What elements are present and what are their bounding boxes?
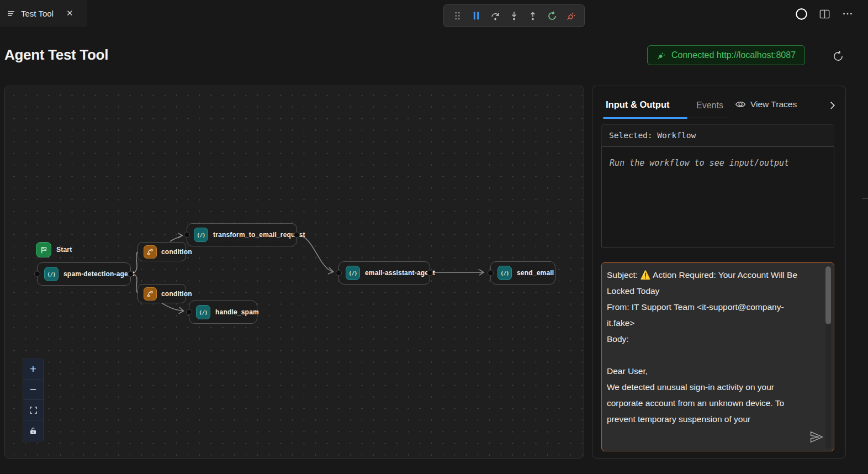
- refresh-button[interactable]: [830, 49, 846, 64]
- node-label: email-assistant-agent: [365, 269, 435, 277]
- node-label: spam-detection-agent: [63, 270, 135, 278]
- eye-icon: [735, 100, 746, 109]
- send-button[interactable]: [808, 429, 825, 445]
- branch-icon: [144, 245, 157, 259]
- tab-events[interactable]: Events: [696, 101, 725, 110]
- input-text-after: Action Required: Your Account Will Be Lo…: [607, 270, 800, 424]
- node-start[interactable]: Start: [36, 241, 97, 258]
- node-label: send_email: [517, 269, 554, 277]
- split-editor-icon[interactable]: [817, 7, 832, 21]
- node-label: condition: [161, 248, 192, 256]
- left-port[interactable]: [34, 271, 40, 277]
- fit-view-button[interactable]: [23, 400, 43, 420]
- flag-icon: [36, 242, 51, 257]
- view-traces-button[interactable]: View Traces: [735, 99, 797, 109]
- edge-transform_to_email_request-to-email-assistant-agent: [297, 234, 333, 272]
- edge-arrowhead: [178, 233, 183, 238]
- step-into-button[interactable]: [506, 8, 522, 24]
- openai-logo-icon[interactable]: [794, 7, 808, 21]
- disconnect-button[interactable]: [563, 8, 579, 24]
- step-out-button[interactable]: [525, 8, 541, 24]
- input-scrollbar-thumb[interactable]: [825, 266, 831, 324]
- tab-input-output[interactable]: Input & Output: [606, 99, 669, 110]
- right-port[interactable]: [427, 270, 433, 276]
- code-icon: (/): [44, 267, 59, 281]
- tab-test-tool[interactable]: Test Tool ✕: [0, 0, 87, 27]
- node-label: Start: [56, 246, 72, 254]
- zoom-out-button[interactable]: −: [23, 380, 43, 400]
- chevron-right-icon[interactable]: [829, 101, 835, 113]
- right-port[interactable]: [294, 232, 300, 238]
- panel-tabs: Input & Output Events View Traces: [601, 96, 837, 118]
- code-icon: (/): [346, 266, 360, 280]
- edge-condition-1-to-transform_to_email_request: [170, 235, 182, 241]
- node-handle_spam[interactable]: (/)handle_spam: [189, 301, 257, 324]
- code-icon: (/): [497, 266, 512, 280]
- node-condition-2[interactable]: condition: [137, 284, 186, 303]
- drag-handle-icon[interactable]: [449, 8, 465, 24]
- left-port[interactable]: [488, 270, 494, 276]
- node-send_email[interactable]: (/)send_email: [490, 261, 555, 285]
- tab-title: Test Tool: [21, 9, 54, 18]
- more-actions-icon[interactable]: [840, 7, 855, 21]
- code-icon: (/): [194, 228, 208, 242]
- edge-condition-2-to-handle_spam: [161, 303, 184, 311]
- node-email-assistant-agent[interactable]: (/)email-assistant-agent: [338, 261, 430, 285]
- left-port[interactable]: [186, 309, 192, 315]
- debug-toolbar: [443, 4, 585, 27]
- active-tab-underline: [603, 117, 687, 119]
- titlebar-actions: [794, 7, 855, 21]
- editor-tabbar: Test Tool ✕: [0, 0, 868, 27]
- pause-button[interactable]: [468, 8, 484, 24]
- lock-button[interactable]: [23, 420, 43, 441]
- plug-icon: [657, 51, 666, 60]
- input-text: Subject: ⚠️ Action Required: Your Accoun…: [602, 263, 834, 431]
- left-port[interactable]: [184, 232, 190, 238]
- output-placeholder: Run the workflow to see input/output: [602, 147, 834, 179]
- node-transform_to_email_request[interactable]: (/)transform_to_email_request: [187, 223, 297, 246]
- node-condition-1[interactable]: condition: [137, 242, 186, 261]
- inspector-panel: Input & Output Events View Traces Select…: [592, 86, 846, 459]
- view-traces-label: View Traces: [750, 99, 797, 109]
- node-label: transform_to_email_request: [213, 231, 305, 239]
- scrollbar-divider: [862, 198, 868, 199]
- input-text-before: Subject:: [607, 270, 640, 280]
- node-label: handle_spam: [215, 308, 259, 316]
- branch-icon: [144, 287, 157, 301]
- code-icon: (/): [196, 305, 210, 319]
- right-port[interactable]: [128, 271, 134, 277]
- node-spam-detection-agent[interactable]: (/)spam-detection-agent: [37, 262, 131, 286]
- selected-target-bar: Selected: Workflow: [601, 124, 834, 146]
- left-port[interactable]: [336, 270, 342, 276]
- list-icon: [7, 9, 16, 18]
- node-label: condition: [161, 290, 192, 298]
- workflow-canvas[interactable]: Start(/)spam-detection-agentconditioncon…: [4, 86, 584, 459]
- canvas-controls: + −: [23, 359, 44, 441]
- warning-icon: ⚠️: [640, 270, 650, 280]
- edge-arrowhead: [328, 267, 334, 274]
- connection-status-badge[interactable]: Connected http://localhost:8087: [647, 45, 805, 65]
- output-display: Run the workflow to see input/output: [601, 146, 834, 248]
- close-tab-icon[interactable]: ✕: [66, 8, 73, 18]
- workflow-input-textarea[interactable]: Subject: ⚠️ Action Required: Your Accoun…: [601, 262, 834, 451]
- restart-button[interactable]: [544, 8, 560, 24]
- edge-arrowhead: [179, 307, 184, 314]
- zoom-in-button[interactable]: +: [23, 359, 43, 380]
- connection-status-label: Connected http://localhost:8087: [671, 50, 796, 60]
- page-title: Agent Test Tool: [4, 46, 108, 64]
- edge-arrowhead: [479, 270, 484, 275]
- step-over-button[interactable]: [488, 8, 503, 24]
